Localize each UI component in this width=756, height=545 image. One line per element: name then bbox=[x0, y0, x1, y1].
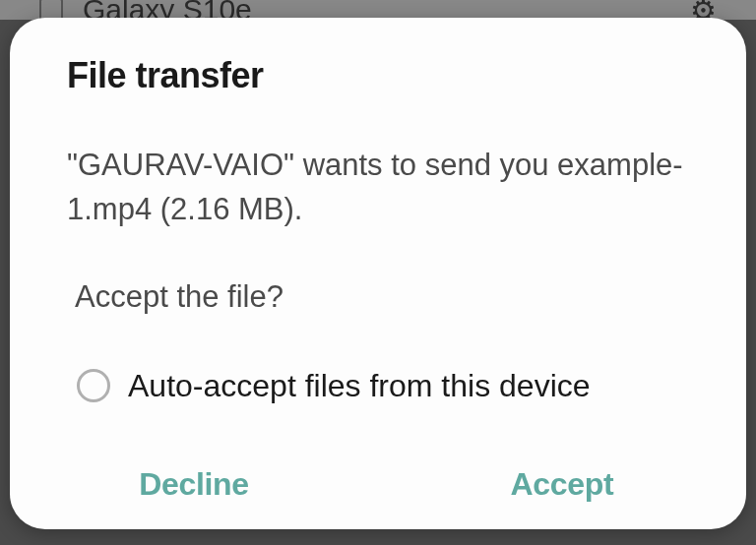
radio-icon bbox=[77, 369, 110, 402]
transfer-message: "GAURAV-VAIO" wants to send you example-… bbox=[67, 144, 689, 232]
dialog-title: File transfer bbox=[10, 55, 746, 96]
dialog-body: "GAURAV-VAIO" wants to send you example-… bbox=[10, 144, 746, 439]
auto-accept-option[interactable]: Auto-accept files from this device bbox=[67, 368, 689, 404]
accept-button[interactable]: Accept bbox=[378, 447, 746, 522]
dialog-actions: Decline Accept bbox=[10, 439, 746, 529]
auto-accept-label: Auto-accept files from this device bbox=[128, 368, 591, 404]
decline-button[interactable]: Decline bbox=[10, 447, 378, 522]
confirm-question: Accept the file? bbox=[67, 279, 689, 315]
background-list-row: Galaxy S10e ⚙ bbox=[0, 0, 756, 20]
file-transfer-dialog: File transfer "GAURAV-VAIO" wants to sen… bbox=[10, 18, 746, 529]
